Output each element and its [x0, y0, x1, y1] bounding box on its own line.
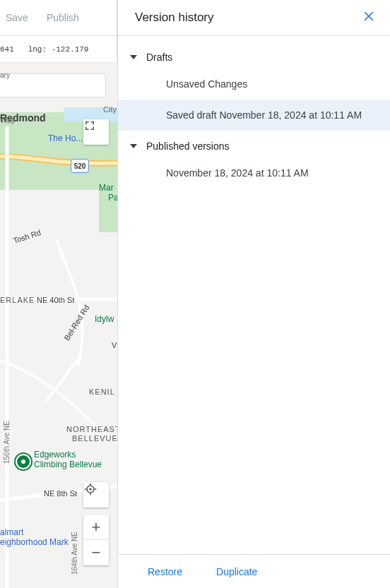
panel-body: Drafts Unsaved Changes Saved draft Novem… — [118, 36, 390, 554]
panel-header: Version history — [118, 0, 390, 36]
section-toggle-published[interactable]: Published versions — [118, 135, 390, 157]
label-way-frag: Way — [0, 116, 16, 124]
section-title-published: Published versions — [146, 140, 230, 152]
coordinates-readout: 641 lng: -122.179 — [0, 36, 117, 63]
section-title-drafts: Drafts — [146, 52, 172, 63]
label-ne40: NE 40th St — [37, 296, 74, 304]
map-canvas[interactable]: ary Redmond City Way The Ho... ep... 520… — [0, 63, 117, 588]
close-icon — [362, 10, 375, 25]
label-156ave: 156th Ave NE — [3, 421, 11, 464]
panel-footer: Restore Duplicate — [118, 554, 390, 588]
editor-toolbar: Save Publish — [0, 0, 117, 36]
label-erlake: ERLAKE — [0, 296, 35, 304]
zoom-control: + − — [83, 515, 109, 565]
lat-frag: 641 — [0, 45, 14, 54]
label-ne-bellevue-2: BELLEVUE — [72, 434, 117, 443]
panel-title: Version history — [135, 11, 214, 25]
version-item-saved-draft[interactable]: Saved draft November 18, 2024 at 10:11 A… — [118, 100, 390, 131]
label-kenil: KENIL — [89, 388, 115, 396]
map-marker-icon[interactable] — [16, 454, 31, 469]
lng-value: -122.179 — [52, 45, 89, 54]
plus-icon: + — [92, 518, 101, 536]
label-library-frag: ary — [0, 71, 10, 79]
label-164ave: 164th Ave NE — [71, 532, 78, 575]
label-v: V — [112, 341, 117, 349]
chevron-down-icon — [129, 143, 138, 150]
label-edgeworks-2: Climbing Bellevue — [34, 460, 102, 469]
duplicate-button[interactable]: Duplicate — [216, 566, 257, 577]
fullscreen-button[interactable] — [83, 119, 109, 145]
close-button[interactable] — [360, 9, 377, 26]
lng-label: lng: — [28, 45, 47, 54]
minus-icon: − — [92, 544, 101, 562]
section-toggle-drafts[interactable]: Drafts — [118, 46, 390, 68]
map-search-input[interactable] — [0, 73, 106, 97]
zoom-out-button[interactable]: − — [83, 540, 109, 565]
label-city-frag: City — [103, 105, 117, 114]
label-walmart-2: eighborhood Mark — [0, 537, 69, 547]
label-walmart-1: almart — [0, 527, 23, 537]
zoom-in-button[interactable]: + — [83, 515, 109, 540]
chevron-down-icon — [129, 54, 138, 61]
restore-button[interactable]: Restore — [148, 566, 182, 577]
route-520-shield: 520 — [71, 159, 89, 173]
label-ne-bellevue-1: NORTHEAST — [66, 425, 117, 433]
my-location-button[interactable] — [83, 482, 109, 508]
svg-point-5 — [89, 488, 91, 490]
version-item-unsaved[interactable]: Unsaved Changes — [118, 68, 390, 100]
label-pa-frag: Pa — [108, 193, 117, 203]
label-idylw: Idylw — [95, 314, 114, 324]
version-history-panel: Version history Drafts Unsaved Changes S… — [117, 0, 390, 588]
save-button[interactable]: Save — [6, 12, 28, 23]
publish-button[interactable]: Publish — [47, 12, 79, 23]
label-ne8: NE 8th St — [44, 489, 77, 498]
label-edgeworks-1: Edgeworks — [34, 450, 76, 460]
version-item-published[interactable]: November 18, 2024 at 10:11 AM — [118, 157, 390, 188]
label-marymoor-frag: Mar — [99, 183, 114, 193]
